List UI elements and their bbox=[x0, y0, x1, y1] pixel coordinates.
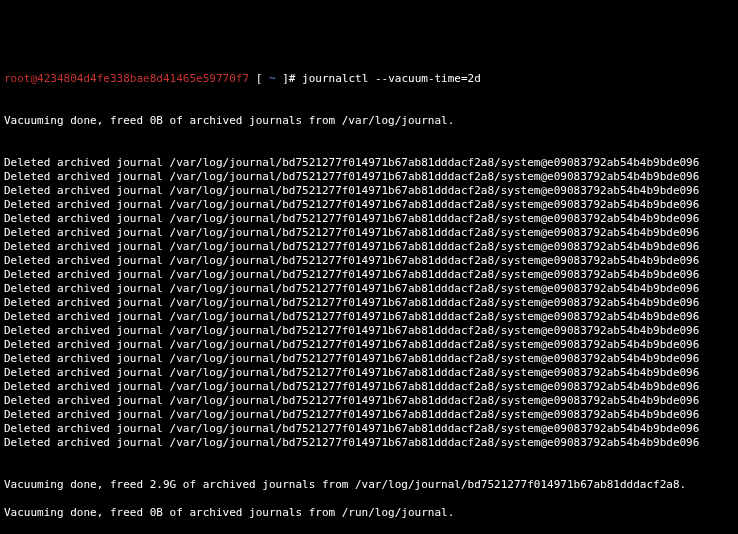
deleted-journal-line: Deleted archived journal /var/log/journa… bbox=[4, 170, 738, 184]
deleted-journal-line: Deleted archived journal /var/log/journa… bbox=[4, 198, 738, 212]
output-line: Vacuuming done, freed 2.9G of archived j… bbox=[4, 478, 738, 492]
deleted-journal-line: Deleted archived journal /var/log/journa… bbox=[4, 282, 738, 296]
deleted-journal-line: Deleted archived journal /var/log/journa… bbox=[4, 184, 738, 198]
deleted-journal-line: Deleted archived journal /var/log/journa… bbox=[4, 240, 738, 254]
prompt-cwd: ~ bbox=[269, 72, 276, 85]
deleted-journal-line: Deleted archived journal /var/log/journa… bbox=[4, 310, 738, 324]
deleted-journal-line: Deleted archived journal /var/log/journa… bbox=[4, 352, 738, 366]
prompt-sep: [ bbox=[249, 72, 269, 85]
deleted-journal-line: Deleted archived journal /var/log/journa… bbox=[4, 408, 738, 422]
output-line: Vacuuming done, freed 0B of archived jou… bbox=[4, 506, 738, 520]
deleted-journal-line: Deleted archived journal /var/log/journa… bbox=[4, 422, 738, 436]
deleted-journal-line: Deleted archived journal /var/log/journa… bbox=[4, 436, 738, 450]
command-text: journalctl --vacuum-time=2d bbox=[302, 72, 481, 85]
prompt-sep: ]# bbox=[276, 72, 303, 85]
deleted-journal-line: Deleted archived journal /var/log/journa… bbox=[4, 156, 738, 170]
deleted-journal-line: Deleted archived journal /var/log/journa… bbox=[4, 338, 738, 352]
deleted-journal-line: Deleted archived journal /var/log/journa… bbox=[4, 212, 738, 226]
deleted-journal-line: Deleted archived journal /var/log/journa… bbox=[4, 268, 738, 282]
deleted-journal-line: Deleted archived journal /var/log/journa… bbox=[4, 380, 738, 394]
deleted-journal-line: Deleted archived journal /var/log/journa… bbox=[4, 226, 738, 240]
deleted-journal-line: Deleted archived journal /var/log/journa… bbox=[4, 324, 738, 338]
deleted-journal-line: Deleted archived journal /var/log/journa… bbox=[4, 254, 738, 268]
output-line: Vacuuming done, freed 0B of archived jou… bbox=[4, 114, 738, 128]
deleted-journal-line: Deleted archived journal /var/log/journa… bbox=[4, 296, 738, 310]
prompt-user-host: root@4234804d4fe338bae8d41465e59770f7 bbox=[4, 72, 249, 85]
deleted-journal-line: Deleted archived journal /var/log/journa… bbox=[4, 394, 738, 408]
prompt-line-1[interactable]: root@4234804d4fe338bae8d41465e59770f7 [ … bbox=[4, 72, 738, 86]
deleted-journal-line: Deleted archived journal /var/log/journa… bbox=[4, 366, 738, 380]
